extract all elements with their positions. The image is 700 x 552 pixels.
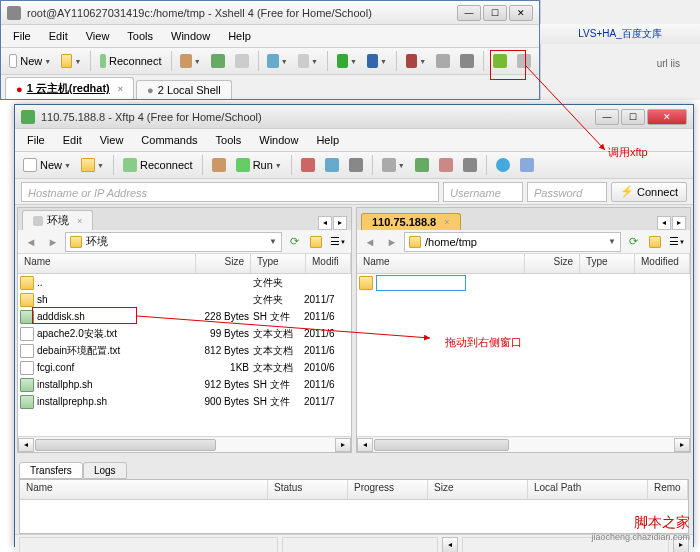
list-item[interactable]: apache2.0安装.txt99 Bytes文本文档2011/6 (18, 325, 351, 342)
col-modified[interactable]: Modified (635, 254, 690, 273)
tcol-progress[interactable]: Progress (348, 480, 428, 499)
list-item[interactable]: installprephp.sh900 BytesSH 文件2011/7 (18, 393, 351, 410)
tool-j[interactable] (456, 50, 478, 72)
tab-close-icon[interactable]: × (77, 216, 82, 226)
xftp-minimize-button[interactable]: — (595, 109, 619, 125)
tcol-status[interactable]: Status (268, 480, 348, 499)
local-path-combo[interactable]: 环境▼ (65, 232, 282, 252)
hscrollbar[interactable]: ◂ ▸ (357, 436, 690, 452)
tool-b[interactable] (207, 50, 229, 72)
xftp-menu-tools[interactable]: Tools (208, 132, 250, 148)
tab-logs[interactable]: Logs (83, 462, 127, 479)
xftp-menu-help[interactable]: Help (308, 132, 347, 148)
col-size[interactable]: Size (196, 254, 251, 273)
tool-a[interactable]: ▼ (176, 50, 204, 72)
new-button[interactable]: New▼ (5, 50, 55, 72)
xftp-menu-file[interactable]: File (19, 132, 53, 148)
scroll-thumb[interactable] (35, 439, 216, 451)
rename-field[interactable] (376, 275, 466, 291)
xftp-tool-h[interactable] (459, 154, 481, 176)
col-size[interactable]: Size (525, 254, 580, 273)
col-type[interactable]: Type (580, 254, 635, 273)
xftp-tool-f[interactable] (411, 154, 433, 176)
menu-file[interactable]: File (5, 28, 39, 44)
connect-button[interactable]: ⚡Connect (611, 182, 687, 202)
xftp-tool-a[interactable] (208, 154, 230, 176)
list-item[interactable]: debain环境配置.txt812 Bytes文本文档2011/6 (18, 342, 351, 359)
xftp-menu-edit[interactable]: Edit (55, 132, 90, 148)
list-item[interactable]: adddisk.sh228 BytesSH 文件2011/6 (18, 308, 351, 325)
remote-tab[interactable]: 110.75.188.8× (361, 213, 461, 230)
xftp-tool-b[interactable] (297, 154, 319, 176)
pane-nav-next[interactable]: ▸ (672, 216, 686, 230)
tool-k[interactable] (513, 50, 535, 72)
tab-transfers[interactable]: Transfers (19, 462, 83, 479)
pane-nav-prev[interactable]: ◂ (318, 216, 332, 230)
refresh-button[interactable]: ⟳ (284, 232, 304, 252)
close-button[interactable]: ✕ (509, 5, 533, 21)
tool-c[interactable] (231, 50, 253, 72)
scroll-left-button[interactable]: ◂ (18, 438, 34, 452)
col-name[interactable]: Name (357, 254, 525, 273)
xftp-run-button[interactable]: Run▼ (232, 154, 286, 176)
remote-file-list[interactable] (357, 274, 690, 436)
scroll-right-button[interactable]: ▸ (674, 438, 690, 452)
tab-close-icon[interactable]: × (444, 217, 449, 227)
xftp-tool-c[interactable] (321, 154, 343, 176)
back-button[interactable]: ◄ (360, 232, 380, 252)
menu-edit[interactable]: Edit (41, 28, 76, 44)
scroll-left-btn[interactable]: ◂ (442, 537, 458, 553)
tcol-localpath[interactable]: Local Path (528, 480, 648, 499)
password-input[interactable]: Password (527, 182, 607, 202)
xftp-maximize-button[interactable]: ☐ (621, 109, 645, 125)
tab-session-1[interactable]: ●1 云主机(redhat)× (5, 77, 134, 99)
pane-nav-next[interactable]: ▸ (333, 216, 347, 230)
menu-window[interactable]: Window (163, 28, 218, 44)
tool-e[interactable]: ▼ (294, 50, 322, 72)
tool-i[interactable] (432, 50, 454, 72)
local-tab[interactable]: 环境× (22, 210, 93, 230)
xftp-tool-i[interactable] (516, 154, 538, 176)
col-name[interactable]: Name (18, 254, 196, 273)
scroll-right-button[interactable]: ▸ (335, 438, 351, 452)
menu-view[interactable]: View (78, 28, 118, 44)
xftp-tool-g[interactable] (435, 154, 457, 176)
tab-close-icon[interactable]: × (118, 84, 123, 94)
xftp-menu-view[interactable]: View (92, 132, 132, 148)
xftp-close-button[interactable]: ✕ (647, 109, 687, 125)
back-button[interactable]: ◄ (21, 232, 41, 252)
up-button[interactable] (645, 232, 665, 252)
up-button[interactable] (306, 232, 326, 252)
tab-session-2[interactable]: ●2 Local Shell (136, 80, 232, 99)
xftp-tool-e[interactable]: ▼ (378, 154, 409, 176)
hscrollbar[interactable]: ◂ ▸ (18, 436, 351, 452)
menu-help[interactable]: Help (220, 28, 259, 44)
scroll-left-button[interactable]: ◂ (357, 438, 373, 452)
xftp-reconnect-button[interactable]: Reconnect (119, 154, 197, 176)
xftp-new-button[interactable]: New▼ (19, 154, 75, 176)
list-item[interactable]: fcgi.conf1KB文本文档2010/6 (18, 359, 351, 376)
menu-tools[interactable]: Tools (119, 28, 161, 44)
maximize-button[interactable]: ☐ (483, 5, 507, 21)
transfers-list[interactable] (20, 500, 688, 530)
col-modified[interactable]: Modifi (306, 254, 351, 273)
xftp-menu-commands[interactable]: Commands (133, 132, 205, 148)
tool-f[interactable]: ▼ (333, 50, 361, 72)
xshell-titlebar[interactable]: root@AY110627031419c:/home/tmp - Xshell … (1, 1, 539, 25)
xftp-tool-d[interactable] (345, 154, 367, 176)
reconnect-button[interactable]: Reconnect (96, 50, 165, 72)
tcol-remote[interactable]: Remo (648, 480, 688, 499)
tool-g[interactable]: ▼ (363, 50, 391, 72)
col-type[interactable]: Type (251, 254, 306, 273)
tool-h[interactable]: ▼ (402, 50, 430, 72)
view-button[interactable]: ☰▼ (667, 232, 687, 252)
tool-d[interactable]: ▼ (263, 50, 291, 72)
xftp-open-button[interactable]: ▼ (77, 154, 108, 176)
open-button[interactable]: ▼ (57, 50, 85, 72)
local-file-list[interactable]: ..文件夹sh文件夹2011/7adddisk.sh228 BytesSH 文件… (18, 274, 351, 436)
list-item[interactable]: ..文件夹 (18, 274, 351, 291)
xftp-help-button[interactable] (492, 154, 514, 176)
scroll-thumb[interactable] (374, 439, 509, 451)
list-item[interactable] (357, 274, 690, 291)
host-input[interactable]: Hostname or IP Address (21, 182, 439, 202)
